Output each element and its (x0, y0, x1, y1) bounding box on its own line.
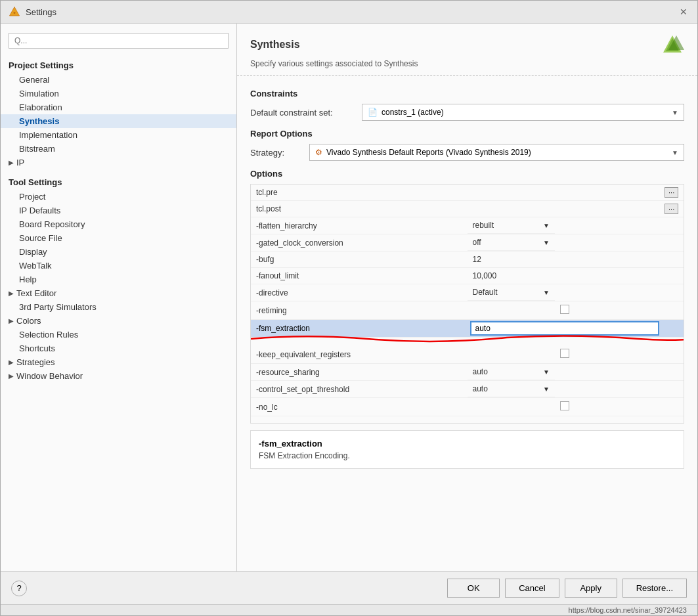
sidebar-item-bitstream[interactable]: Bitstream (1, 142, 236, 156)
gated-clock-value: off (473, 238, 481, 247)
table-row: -fanout_limit 10,000 (251, 268, 684, 284)
option-action[interactable]: ··· (662, 185, 684, 201)
option-name: -resource_sharing (251, 364, 468, 381)
strategy-label: Strategy: (250, 148, 303, 158)
tcl-pre-button[interactable]: ··· (665, 187, 678, 198)
table-row: -keep_equivalent_registers (251, 345, 684, 364)
search-input[interactable] (9, 33, 229, 49)
option-action (662, 252, 684, 268)
tool-settings-header: Tool Settings (1, 175, 236, 190)
option-value[interactable]: rebuilt ▼ (468, 217, 555, 234)
text-editor-arrow-icon: ▶ (9, 290, 14, 297)
option-name: -gated_clock_conversion (251, 234, 468, 252)
option-name-fsm: -fsm_extraction (251, 320, 468, 338)
main-title-row: Synthesis (250, 33, 684, 56)
main-subtitle: Specify various settings associated to S… (250, 59, 684, 68)
sidebar-item-ip-defaults[interactable]: IP Defaults (1, 204, 236, 217)
control-set-value: auto (473, 384, 488, 393)
table-row-fsm: -fsm_extraction (251, 320, 684, 338)
status-text: https://blog.csdn.net/sinar_39724423 (569, 606, 687, 614)
sidebar-item-window-behavior[interactable]: ▶ Window Behavior (1, 369, 236, 383)
help-button[interactable]: ? (11, 581, 27, 596)
option-value (468, 398, 663, 416)
colors-arrow-icon: ▶ (9, 317, 14, 324)
option-action (662, 284, 684, 301)
sidebar-item-board-repository[interactable]: Board Repository (1, 217, 236, 231)
options-table-wrapper[interactable]: tcl.pre ··· tcl.post ··· (250, 184, 684, 424)
flatten-hierarchy-dropdown-icon: ▼ (543, 222, 550, 229)
option-name: -retiming (251, 301, 468, 320)
table-row: tcl.post ··· (251, 201, 684, 217)
table-row: tcl.pre ··· (251, 185, 684, 201)
project-settings-header: Project Settings (1, 58, 236, 73)
option-value: 12 (468, 252, 663, 268)
close-button[interactable]: ✕ (678, 6, 689, 18)
tcl-post-button[interactable]: ··· (665, 204, 678, 214)
table-row: -resource_sharing auto ▼ (251, 364, 684, 381)
status-bar: https://blog.csdn.net/sinar_39724423 (1, 604, 697, 615)
strategy-icon: ⚙ (315, 148, 322, 157)
sidebar-item-help[interactable]: Help (1, 273, 236, 286)
resource-sharing-value: auto (473, 367, 488, 376)
strategy-select[interactable]: ⚙ Vivado Synthesis Default Reports (Viva… (309, 144, 684, 161)
constraint-select[interactable]: 📄 constrs_1 (active) ▼ (362, 104, 684, 121)
dialog-title: Settings (26, 7, 56, 17)
option-action[interactable]: ··· (662, 201, 684, 217)
sidebar-item-ip[interactable]: ▶ IP (1, 156, 236, 169)
constraint-label: Default constraint set: (250, 108, 355, 118)
apply-button[interactable]: Apply (565, 579, 617, 598)
option-name: tcl.pre (251, 185, 468, 201)
sidebar-item-3rd-party[interactable]: 3rd Party Simulators (1, 300, 236, 314)
option-action (662, 234, 684, 252)
sidebar-item-simulation[interactable]: Simulation (1, 87, 236, 100)
sidebar-item-source-file[interactable]: Source File (1, 231, 236, 245)
cancel-button[interactable]: Cancel (505, 579, 559, 598)
sidebar-item-shortcuts[interactable]: Shortcuts (1, 341, 236, 355)
restore-button[interactable]: Restore... (622, 579, 687, 598)
option-value-fsm[interactable] (468, 320, 663, 338)
window-behavior-label: Window Behavior (16, 371, 83, 381)
sidebar-item-webtalk[interactable]: WebTalk (1, 259, 236, 273)
fsm-extraction-input[interactable] (470, 321, 660, 336)
sidebar-item-elaboration[interactable]: Elaboration (1, 100, 236, 114)
option-name: -flatten_hierarchy (251, 217, 468, 234)
keep-equiv-checkbox[interactable] (560, 349, 569, 358)
option-value[interactable]: auto ▼ (468, 381, 555, 397)
sidebar-item-general[interactable]: General (1, 73, 236, 87)
option-value (468, 345, 663, 364)
option-value[interactable]: off ▼ (468, 234, 555, 251)
option-value (468, 201, 663, 217)
title-bar: Settings ✕ (1, 1, 697, 24)
ok-button[interactable]: OK (447, 579, 500, 598)
main-content: Synthesis Specify various settings assoc… (237, 24, 697, 571)
option-value[interactable]: auto ▼ (468, 364, 555, 380)
sidebar-item-selection-rules[interactable]: Selection Rules (1, 328, 236, 341)
sidebar-item-strategies[interactable]: ▶ Strategies (1, 355, 236, 369)
text-editor-label: Text Editor (16, 288, 56, 298)
retiming-checkbox[interactable] (560, 305, 569, 314)
constraints-section-title: Constraints (250, 89, 684, 99)
constraint-file-icon: 📄 (368, 108, 378, 117)
sidebar-item-display[interactable]: Display (1, 245, 236, 259)
option-name: tcl.post (251, 201, 468, 217)
option-value (468, 301, 663, 320)
dialog-body: Project Settings General Simulation Elab… (1, 24, 697, 571)
page-title: Synthesis (250, 39, 300, 51)
option-value[interactable]: Default ▼ (468, 284, 555, 301)
option-action (662, 364, 684, 381)
no-lc-checkbox[interactable] (560, 401, 569, 410)
sidebar: Project Settings General Simulation Elab… (1, 24, 237, 571)
option-name: -no_lc (251, 398, 468, 416)
option-action (662, 217, 684, 234)
sidebar-item-synthesis[interactable]: Synthesis (1, 114, 236, 128)
sidebar-item-colors[interactable]: ▶ Colors (1, 314, 236, 328)
strategy-row: Strategy: ⚙ Vivado Synthesis Default Rep… (250, 144, 684, 161)
sidebar-item-text-editor[interactable]: ▶ Text Editor (1, 286, 236, 300)
constraint-row: Default constraint set: 📄 constrs_1 (act… (250, 104, 684, 121)
svg-point-1 (14, 12, 16, 14)
strategy-dropdown-icon: ▼ (672, 149, 678, 156)
search-box[interactable] (9, 33, 229, 49)
app-icon (9, 6, 20, 18)
sidebar-item-project[interactable]: Project (1, 190, 236, 204)
sidebar-item-implementation[interactable]: Implementation (1, 128, 236, 142)
